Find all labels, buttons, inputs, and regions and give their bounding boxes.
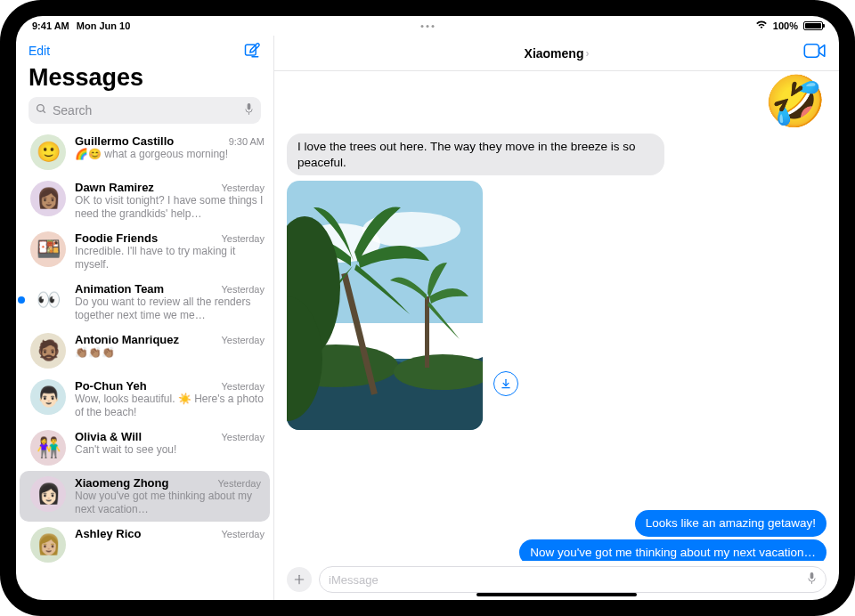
conversation-time: Yesterday bbox=[221, 182, 265, 193]
conversation-time: Yesterday bbox=[221, 233, 265, 244]
chevron-right-icon: › bbox=[585, 47, 589, 60]
home-indicator[interactable] bbox=[476, 593, 637, 596]
svg-point-1 bbox=[37, 105, 45, 112]
conversation-name: Po-Chun Yeh bbox=[75, 379, 147, 393]
conversation-name: Antonio Manriquez bbox=[75, 333, 179, 346]
conversation-list: 🙂Guillermo Castillo9:30 AM🌈😊 what a gorg… bbox=[16, 129, 273, 600]
chat-header: Xiaomeng › bbox=[274, 36, 839, 71]
search-placeholder: Search bbox=[53, 103, 92, 118]
reaction-emoji[interactable]: 🤣 bbox=[764, 77, 826, 126]
avatar: 👀 bbox=[30, 282, 66, 318]
conversation-time: Yesterday bbox=[217, 478, 261, 489]
conversation-item[interactable]: 👫Olivia & WillYesterdayCan't wait to see… bbox=[16, 425, 273, 471]
avatar: 👩🏻 bbox=[30, 476, 66, 512]
conversation-preview: 👏🏽👏🏽👏🏽 bbox=[75, 346, 265, 360]
avatar: 🍱 bbox=[30, 231, 66, 267]
conversation-sidebar: Edit Messages Search bbox=[16, 36, 274, 600]
avatar: 👫 bbox=[30, 430, 66, 466]
conversation-name: Guillermo Castillo bbox=[75, 134, 174, 148]
svg-rect-5 bbox=[804, 45, 818, 57]
wifi-icon bbox=[755, 20, 768, 32]
photo-attachment[interactable] bbox=[287, 181, 483, 430]
message-placeholder: iMessage bbox=[329, 573, 379, 587]
chat-body[interactable]: 🤣 I love the trees out here. The way the… bbox=[274, 71, 839, 561]
contact-name-button[interactable]: Xiaomeng › bbox=[525, 46, 590, 61]
conversation-preview: Do you want to review all the renders to… bbox=[75, 296, 265, 322]
page-title: Messages bbox=[16, 62, 273, 97]
avatar: 👩🏼 bbox=[30, 527, 66, 563]
contact-name-label: Xiaomeng bbox=[525, 46, 584, 61]
conversation-time: 9:30 AM bbox=[229, 136, 265, 147]
conversation-name: Dawn Ramirez bbox=[75, 181, 154, 194]
edit-button[interactable]: Edit bbox=[28, 44, 50, 58]
conversation-time: Yesterday bbox=[221, 335, 265, 345]
conversation-name: Xiaomeng Zhong bbox=[75, 476, 168, 490]
conversation-name: Foodie Friends bbox=[75, 231, 158, 245]
conversation-preview: Can't wait to see you! bbox=[75, 443, 265, 457]
dictate-icon[interactable] bbox=[807, 571, 817, 588]
conversation-preview: Incredible. I'll have to try making it m… bbox=[75, 245, 265, 272]
conversation-item[interactable]: 👨🏻Po-Chun YehYesterdayWow, looks beautif… bbox=[16, 374, 273, 425]
conversation-time: Yesterday bbox=[221, 381, 265, 392]
compose-button[interactable] bbox=[243, 42, 261, 60]
conversation-item[interactable]: 👩🏼Ashley RicoYesterday bbox=[16, 522, 273, 568]
conversation-preview: OK to visit tonight? I have some things … bbox=[75, 194, 265, 221]
message-input[interactable]: iMessage bbox=[319, 566, 826, 593]
received-message[interactable]: I love the trees out here. The way they … bbox=[287, 134, 664, 175]
svg-rect-13 bbox=[425, 296, 429, 368]
conversation-item[interactable]: 👩🏻Xiaomeng ZhongYesterdayNow you've got … bbox=[20, 471, 270, 522]
facetime-button[interactable] bbox=[803, 43, 826, 61]
conversation-name: Olivia & Will bbox=[75, 430, 142, 443]
sent-message[interactable]: Now you've got me thinking about my next… bbox=[519, 539, 826, 561]
sent-message[interactable]: Looks like an amazing getaway! bbox=[635, 510, 826, 537]
multitask-dots[interactable] bbox=[421, 25, 435, 28]
search-icon bbox=[36, 103, 47, 118]
battery-icon bbox=[803, 21, 823, 30]
conversation-preview: Now you've got me thinking about my next… bbox=[75, 490, 261, 516]
add-attachment-button[interactable] bbox=[287, 567, 312, 592]
avatar: 👩🏽 bbox=[30, 181, 66, 216]
dictate-icon[interactable] bbox=[244, 102, 254, 118]
status-date: Mon Jun 10 bbox=[77, 20, 131, 31]
conversation-item[interactable]: 🧔🏽Antonio ManriquezYesterday👏🏽👏🏽👏🏽 bbox=[16, 328, 273, 374]
status-bar: 9:41 AM Mon Jun 10 100% bbox=[16, 16, 839, 36]
avatar: 🧔🏽 bbox=[30, 333, 66, 369]
conversation-preview: 🌈😊 what a gorgeous morning! bbox=[75, 148, 265, 161]
conversation-name: Ashley Rico bbox=[75, 527, 141, 540]
battery-pct: 100% bbox=[773, 20, 798, 31]
chat-panel: Xiaomeng › 🤣 I love the trees out here. … bbox=[274, 36, 839, 600]
conversation-name: Animation Team bbox=[75, 282, 164, 296]
svg-rect-3 bbox=[248, 103, 251, 109]
conversation-item[interactable]: 🙂Guillermo Castillo9:30 AM🌈😊 what a gorg… bbox=[16, 129, 273, 175]
conversation-item[interactable]: 👩🏽Dawn RamirezYesterdayOK to visit tonig… bbox=[16, 175, 273, 226]
avatar: 👨🏻 bbox=[30, 379, 66, 415]
download-attachment-button[interactable] bbox=[493, 371, 518, 396]
conversation-item[interactable]: 🍱Foodie FriendsYesterdayIncredible. I'll… bbox=[16, 226, 273, 277]
conversation-time: Yesterday bbox=[221, 432, 265, 442]
conversation-time: Yesterday bbox=[221, 529, 265, 539]
search-input[interactable]: Search bbox=[28, 97, 261, 124]
conversation-preview: Wow, looks beautiful. ☀️ Here's a photo … bbox=[75, 393, 265, 419]
svg-rect-18 bbox=[810, 572, 814, 579]
conversation-time: Yesterday bbox=[221, 284, 265, 295]
svg-line-2 bbox=[43, 110, 45, 113]
conversation-item[interactable]: 👀Animation TeamYesterdayDo you want to r… bbox=[16, 277, 273, 328]
unread-dot-icon bbox=[18, 296, 25, 304]
avatar: 🙂 bbox=[30, 134, 66, 170]
status-time: 9:41 AM bbox=[32, 20, 69, 31]
